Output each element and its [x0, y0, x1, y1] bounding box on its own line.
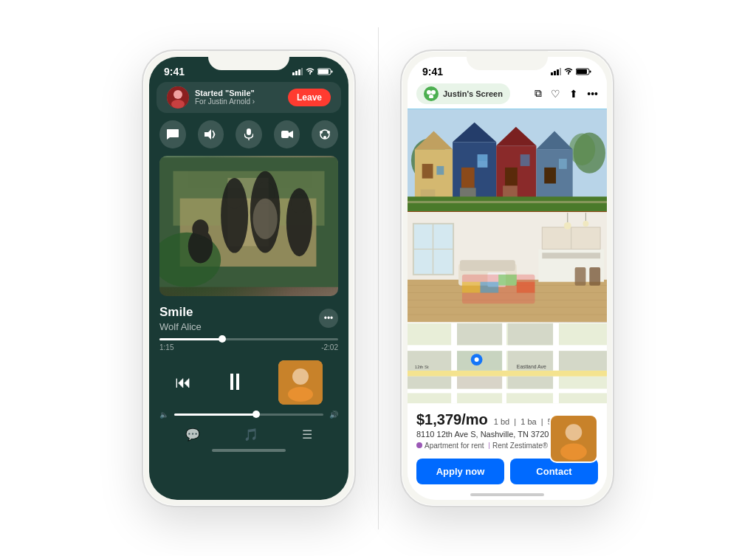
signal-icon-left: [292, 68, 303, 75]
svg-rect-107: [451, 323, 457, 402]
right-screen: 9:41: [408, 57, 607, 500]
right-phone: 9:41: [400, 49, 614, 507]
song-text: Smile Wolf Alice: [159, 305, 202, 332]
volume-row: 🔈 🔊: [149, 411, 348, 419]
svg-rect-57: [461, 167, 475, 188]
svg-rect-68: [559, 159, 567, 169]
pause-button[interactable]: ⏸: [223, 368, 247, 396]
svg-point-40: [568, 73, 569, 75]
svg-rect-109: [553, 323, 559, 402]
svg-rect-64: [520, 154, 530, 166]
album-art: [159, 156, 338, 296]
svg-rect-14: [281, 131, 289, 138]
svg-rect-113: [408, 351, 451, 371]
share-icon[interactable]: ⧉: [535, 87, 542, 100]
svg-rect-36: [551, 72, 553, 75]
rewind-button[interactable]: ⏮: [175, 373, 191, 392]
banner-sub: For Justin Arnold ›: [195, 97, 255, 106]
album-art-inner: [159, 156, 338, 296]
property-map-image[interactable]: Eastland Ave 12th St: [408, 323, 607, 404]
svg-point-17: [327, 131, 330, 134]
home-indicator-left: [212, 449, 286, 452]
svg-rect-86: [460, 260, 515, 271]
svg-rect-110: [408, 370, 607, 376]
status-icons-left: [292, 68, 334, 75]
apply-now-button[interactable]: Apply now: [416, 459, 504, 484]
svg-rect-112: [508, 323, 553, 345]
shareplay-banner-left: Started "Smile" For Justin Arnold › Leav…: [157, 82, 341, 113]
speaker-icon[interactable]: [198, 120, 224, 148]
volume-track[interactable]: [174, 413, 323, 416]
svg-point-31: [291, 194, 307, 213]
svg-rect-43: [577, 69, 587, 74]
zillow-action-icons: ⧉ ♡ ⬆ •••: [535, 87, 598, 100]
svg-rect-60: [482, 155, 487, 161]
svg-rect-1: [295, 71, 298, 75]
progress-track[interactable]: [159, 338, 338, 340]
shareplay-top-right: Justin's Screen ⧉ ♡ ⬆ •••: [408, 80, 607, 109]
time-remaining: -2:02: [321, 343, 338, 351]
shareplay-label: Justin's Screen: [443, 89, 503, 98]
svg-marker-11: [205, 129, 211, 140]
time-right: 9:41: [422, 66, 443, 78]
svg-rect-37: [554, 71, 556, 75]
map-svg: Eastland Ave 12th St: [408, 323, 607, 404]
svg-text:12th St: 12th St: [415, 364, 429, 368]
time-left: 9:41: [164, 66, 185, 78]
svg-rect-67: [544, 167, 556, 183]
svg-rect-104: [408, 345, 607, 351]
svg-rect-63: [505, 167, 518, 185]
svg-point-98: [564, 222, 571, 229]
video-icon[interactable]: [274, 120, 300, 148]
progress-thumb: [219, 335, 226, 343]
svg-point-27: [226, 188, 244, 208]
svg-point-18: [323, 136, 326, 139]
svg-point-34: [292, 368, 309, 385]
tag-dot: [416, 442, 422, 448]
svg-rect-101: [575, 267, 586, 286]
upload-icon[interactable]: ⬆: [569, 88, 578, 100]
more-button[interactable]: •••: [319, 309, 338, 328]
home-indicator-right: [470, 493, 544, 496]
message-icon[interactable]: [159, 120, 186, 148]
svg-point-16: [320, 131, 323, 134]
airplay-icon[interactable]: 🎵: [244, 428, 258, 442]
svg-rect-108: [502, 323, 506, 402]
wifi-icon-left: [306, 68, 315, 75]
volume-thumb: [252, 411, 260, 418]
exterior-svg: [408, 109, 607, 212]
svg-rect-59: [478, 155, 483, 161]
playback-controls: ⏮ ⏸: [149, 354, 348, 411]
svg-rect-118: [457, 376, 502, 388]
vol-low-icon: 🔈: [159, 411, 168, 419]
song-info: Smile Wolf Alice •••: [149, 296, 348, 335]
video-thumbnail-right: [549, 414, 598, 463]
left-phone: 9:41: [142, 49, 356, 507]
mic-icon[interactable]: [236, 120, 262, 148]
progress-container[interactable]: 1:15 -2:02: [149, 335, 348, 354]
lyrics-icon[interactable]: 💬: [185, 428, 200, 442]
svg-rect-39: [560, 68, 561, 75]
more-dots-icon[interactable]: •••: [587, 88, 598, 100]
video-thumbnail-left[interactable]: [278, 360, 323, 405]
song-artist: Wolf Alice: [159, 321, 202, 332]
svg-rect-73: [408, 201, 607, 203]
shareplay-badge: Justin's Screen: [416, 83, 510, 104]
svg-rect-102: [589, 267, 600, 286]
heart-icon[interactable]: ♡: [551, 88, 560, 100]
wifi-icon-right: [564, 68, 573, 75]
svg-rect-89: [462, 281, 481, 292]
svg-rect-117: [408, 376, 451, 388]
property-interior-image: [408, 212, 607, 323]
notch-right: [467, 51, 548, 70]
svg-point-10: [171, 100, 185, 109]
svg-point-46: [429, 95, 433, 98]
leave-button[interactable]: Leave: [288, 89, 331, 106]
battery-icon-right: [576, 68, 592, 75]
left-screen: 9:41: [149, 57, 348, 500]
queue-icon[interactable]: ☰: [302, 428, 312, 442]
property-exterior-image: [408, 109, 607, 212]
center-divider: [378, 27, 379, 529]
svg-text:Eastland Ave: Eastland Ave: [517, 363, 546, 368]
shareplay-icon[interactable]: [312, 120, 338, 148]
